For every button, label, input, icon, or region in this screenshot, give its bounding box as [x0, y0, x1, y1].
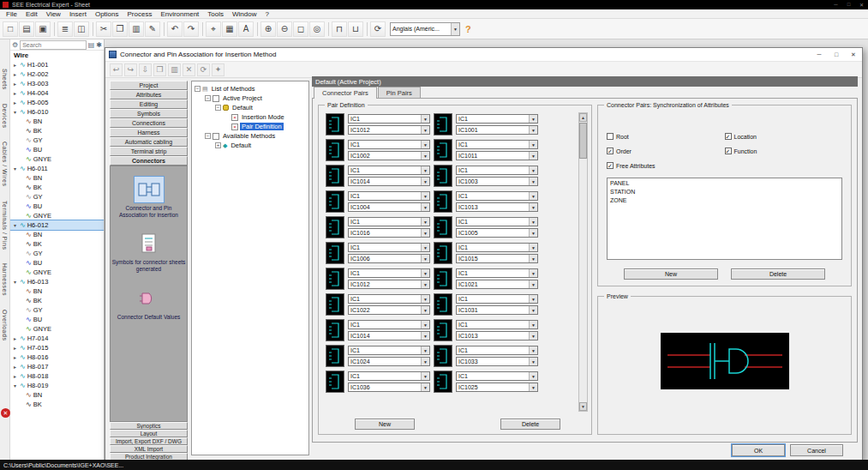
cancel-button[interactable]: Cancel [790, 444, 843, 456]
connector-combo[interactable]: IC1014▼ [348, 331, 430, 340]
menu-item-view[interactable]: View [42, 10, 65, 18]
connector-combo[interactable]: IC1015▼ [456, 254, 538, 263]
connector-combo[interactable]: IC1022▼ [348, 305, 430, 315]
connector-thumbnail[interactable] [326, 216, 344, 238]
chevron-down-icon[interactable]: ▼ [529, 358, 537, 365]
save-icon[interactable]: ▣ [35, 21, 51, 37]
expander-icon[interactable]: ▾ [12, 279, 18, 285]
chevron-down-icon[interactable]: ▼ [529, 280, 537, 288]
chevron-down-icon[interactable]: ▼ [421, 295, 429, 303]
tree-item-default-method[interactable]: − Default [192, 103, 308, 112]
insert-text-icon[interactable]: A [238, 21, 254, 37]
connector-combo[interactable]: IC1▼ [456, 294, 538, 304]
connector-combo[interactable]: IC1005▼ [456, 228, 538, 238]
tab-connector-pairs[interactable]: Connector Pairs [314, 87, 377, 99]
checkbox-order[interactable]: ✓Order [607, 148, 725, 154]
tree-item-pair-definition[interactable]: × Pair Definition [192, 122, 308, 131]
checkbox-root[interactable]: Root [607, 133, 725, 140]
chevron-down-icon[interactable]: ▼ [421, 255, 429, 262]
expander-icon[interactable]: ▸ [12, 71, 18, 77]
unlock-icon[interactable]: ⊔ [348, 21, 363, 37]
explorer-tab-sheets[interactable]: Sheets [2, 69, 8, 90]
collapse-icon[interactable]: − [205, 133, 211, 139]
library-icon[interactable]: ▤ [88, 41, 95, 49]
connector-combo[interactable]: IC1▼ [456, 268, 538, 278]
tree-item-insertion-mode[interactable]: × Insertion Mode [192, 112, 308, 122]
chevron-down-icon[interactable]: ▼ [529, 178, 537, 185]
chevron-down-icon[interactable]: ▼ [451, 23, 459, 35]
free-attribute-item[interactable]: PANEL [608, 179, 841, 188]
connector-combo[interactable]: IC1▼ [456, 346, 538, 355]
category-automatic-cabling[interactable]: Automatic cabling [110, 137, 188, 147]
expander-icon[interactable]: ▸ [12, 90, 18, 96]
wire-tree-item[interactable]: ▸∿H7-015 [10, 343, 104, 352]
paste-icon[interactable]: ▥ [129, 21, 144, 37]
chevron-down-icon[interactable]: ▼ [529, 152, 537, 160]
chevron-down-icon[interactable]: ▼ [421, 358, 429, 365]
gear-icon[interactable]: ⚙ [12, 41, 18, 49]
wire-color-item[interactable]: ∿BN [10, 117, 104, 126]
wire-tree-item[interactable]: ▾∿H6-013 [10, 277, 104, 286]
connector-combo[interactable]: IC1012▼ [348, 125, 430, 135]
cut-icon[interactable]: ✂ [96, 21, 111, 37]
wire-color-item[interactable]: ∿GY [10, 249, 104, 258]
checkbox-free-attributes[interactable]: ✓Free Attributes [607, 162, 725, 169]
maximize-icon[interactable]: □ [842, 2, 855, 8]
lock-icon[interactable]: ⊓ [332, 21, 347, 37]
category-synoptics[interactable]: Synoptics [110, 422, 188, 430]
chevron-down-icon[interactable]: ▼ [529, 269, 537, 277]
copy-icon[interactable]: ❐ [112, 21, 128, 37]
wire-color-item[interactable]: ∿GNYE [10, 324, 104, 334]
zoom-out-icon[interactable]: ⊖ [277, 21, 292, 37]
connector-combo[interactable]: IC1013▼ [456, 331, 538, 340]
chevron-down-icon[interactable]: ▼ [421, 166, 429, 174]
category-editing[interactable]: Editing [110, 99, 188, 109]
open-icon[interactable]: ▤ [19, 21, 34, 37]
menu-item-insert[interactable]: Insert [65, 10, 91, 18]
filter-icon[interactable]: ✱ [96, 41, 102, 49]
format-painter-icon[interactable]: ✎ [145, 21, 160, 37]
settings-wand-icon[interactable]: ✦ [212, 63, 224, 76]
connector-combo[interactable]: IC1016▼ [348, 228, 430, 238]
chevron-down-icon[interactable]: ▼ [529, 203, 537, 211]
wire-tree-item[interactable]: ▾∿H6-010 [10, 107, 104, 117]
wire-color-item[interactable]: ∿GNYE [10, 211, 104, 220]
close-icon[interactable]: ✕ [855, 2, 868, 8]
error-badge-icon[interactable]: ✕ [1, 408, 10, 418]
connector-combo[interactable]: IC1▼ [348, 268, 430, 278]
chevron-down-icon[interactable]: ▼ [421, 218, 429, 226]
chevron-down-icon[interactable]: ▼ [529, 192, 537, 200]
wire-color-item[interactable]: ∿BK [10, 183, 104, 192]
connector-combo[interactable]: IC1▼ [348, 217, 430, 226]
category-import-export-dxf-dwg[interactable]: Import, Export DXF / DWG [110, 437, 188, 445]
new-attribute-button[interactable]: New [624, 268, 718, 280]
expander-icon[interactable]: ▸ [12, 62, 18, 68]
wire-tree-item[interactable]: ▸∿H8-016 [10, 352, 104, 362]
expander-icon[interactable]: ▸ [12, 81, 18, 87]
new-icon[interactable]: □ [3, 21, 18, 37]
connector-thumbnail[interactable] [434, 268, 452, 290]
connector-combo[interactable]: IC1▼ [348, 140, 430, 149]
wire-color-item[interactable]: ∿BN [10, 286, 104, 296]
expand-icon[interactable]: + [215, 142, 221, 148]
back-icon[interactable]: ↩ [110, 63, 123, 76]
connector-combo[interactable]: IC1▼ [348, 114, 430, 124]
wire-tree-item[interactable]: ▸∿H3-003 [10, 79, 104, 88]
explorer-tab-harnesses[interactable]: Harnesses [2, 263, 8, 296]
connector-combo[interactable]: IC1▼ [456, 114, 538, 124]
chevron-down-icon[interactable]: ▼ [421, 203, 429, 211]
connector-combo[interactable]: IC1▼ [348, 294, 430, 304]
menu-item-options[interactable]: Options [91, 10, 123, 18]
connector-thumbnail[interactable] [434, 216, 452, 238]
connector-combo[interactable]: IC1024▼ [348, 357, 430, 366]
chevron-down-icon[interactable]: ▼ [529, 126, 537, 134]
connector-combo[interactable]: IC1011▼ [456, 151, 538, 160]
tool-symbols-for-connector-sheets-generated[interactable]: Symbols for connector sheets generated [111, 231, 187, 273]
connector-combo[interactable]: IC1▼ [348, 346, 430, 355]
wire-tree-item[interactable]: ▸∿H5-005 [10, 98, 104, 107]
chevron-down-icon[interactable]: ▼ [529, 141, 537, 148]
connector-combo[interactable]: IC1▼ [348, 371, 430, 381]
connector-thumbnail[interactable] [434, 345, 452, 367]
chevron-down-icon[interactable]: ▼ [421, 126, 429, 134]
connector-combo[interactable]: IC1▼ [348, 320, 430, 329]
